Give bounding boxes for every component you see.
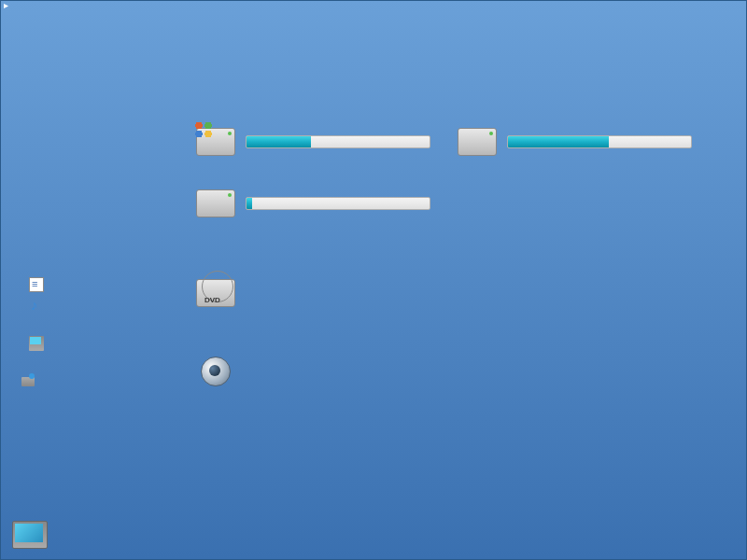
capacity-bar xyxy=(246,197,430,210)
sidebar-item-videos[interactable]: 视频 xyxy=(1,231,162,252)
camera-icon xyxy=(197,355,234,392)
hdd-icon xyxy=(458,128,497,156)
network-icon xyxy=(21,373,36,388)
hdd-icon xyxy=(196,189,235,217)
dvd-icon xyxy=(196,279,235,307)
capacity-bar xyxy=(246,135,430,148)
computer-large-icon xyxy=(10,517,49,556)
navigation-pane: ▷收藏夹 2345Downloads 下载 桌面 最近访问的位置 ▷库 视频 图… xyxy=(1,80,163,512)
computer-icon xyxy=(29,336,44,351)
hdd-icon xyxy=(196,128,235,156)
capacity-bar xyxy=(507,135,692,148)
video-icon xyxy=(29,234,44,249)
body: ▷收藏夹 2345Downloads 下载 桌面 最近访问的位置 ▷库 视频 图… xyxy=(1,80,746,512)
explorer-window: — ▢ ✕ ← → ▼ ▸ 计算机 ▸ ▾ ↻ 🔍 组织▼ 系统属性 卸载或更改… xyxy=(0,0,747,560)
music-icon xyxy=(29,299,44,314)
document-icon xyxy=(29,277,44,292)
